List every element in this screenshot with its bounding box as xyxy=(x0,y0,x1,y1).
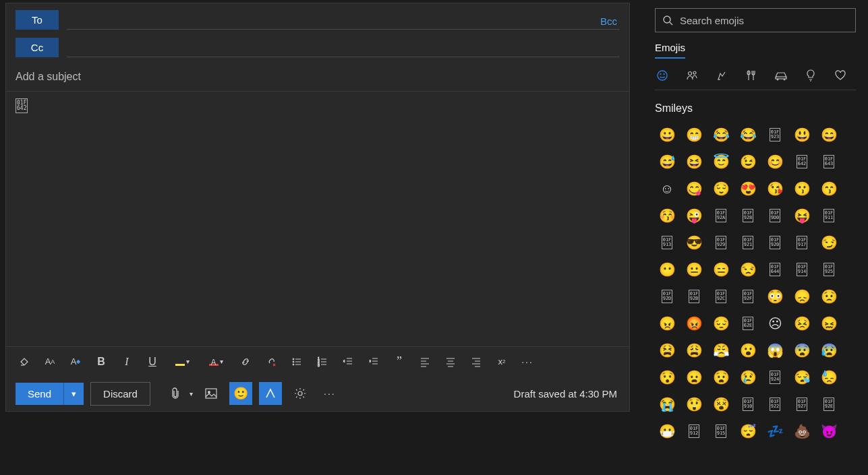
send-button[interactable]: Send xyxy=(16,383,63,405)
emoji-cell[interactable]: 😎 xyxy=(682,230,706,255)
emoji-cell[interactable]: 😝 xyxy=(790,203,814,228)
emoji-cell[interactable]: 😏 xyxy=(817,230,841,255)
emoji-cell[interactable]: 😈 xyxy=(817,419,841,443)
font-color-button[interactable]: A▾ xyxy=(199,351,233,373)
emoji-cell[interactable]: 😉 xyxy=(736,150,760,174)
emoji-cell[interactable]: 😨 xyxy=(790,338,814,362)
emoji-cell[interactable]: 😳 xyxy=(763,284,787,309)
emoji-cell[interactable]: 01F92D xyxy=(655,284,679,309)
emoji-cell[interactable]: 01F643 xyxy=(817,150,841,174)
emoji-cell[interactable]: 😊 xyxy=(763,150,787,174)
emoji-cell[interactable]: 😄 xyxy=(817,123,841,147)
emoji-cell[interactable]: 😰 xyxy=(817,338,841,362)
emoji-cell[interactable]: 😧 xyxy=(709,365,733,389)
cc-input-line[interactable] xyxy=(67,38,620,57)
more-actions-icon[interactable]: ··· xyxy=(318,382,341,405)
category-food[interactable] xyxy=(744,68,759,83)
number-list-icon[interactable]: 123 xyxy=(310,351,335,373)
underline-button[interactable]: U xyxy=(140,351,165,373)
category-symbols[interactable] xyxy=(833,68,848,83)
emoji-cell[interactable]: 😠 xyxy=(655,311,679,336)
emoji-cell[interactable]: 😐 xyxy=(682,257,706,282)
emoji-cell[interactable]: 😋 xyxy=(682,177,706,201)
emoji-cell[interactable]: 😪 xyxy=(790,365,814,389)
emoji-cell[interactable]: 😢 xyxy=(736,365,760,389)
emoji-cell[interactable]: 😫 xyxy=(655,338,679,362)
subject-input[interactable] xyxy=(16,71,620,83)
to-input-line[interactable] xyxy=(67,11,620,30)
to-button[interactable]: To xyxy=(16,10,59,30)
chevron-down-icon[interactable]: ▾ xyxy=(186,358,190,365)
emoji-cell[interactable]: 😤 xyxy=(709,338,733,362)
emoji-cell[interactable]: 01F929 xyxy=(709,230,733,255)
cc-button[interactable]: Cc xyxy=(16,38,59,57)
emoji-cell[interactable]: 😑 xyxy=(709,257,733,282)
category-objects[interactable] xyxy=(803,68,818,83)
emoji-cell[interactable]: 01F911 xyxy=(817,203,841,228)
emoji-cell[interactable]: 😮 xyxy=(736,338,760,362)
emoji-cell[interactable]: 01F915 xyxy=(709,419,733,443)
emoji-cell[interactable]: 01F922 xyxy=(763,392,787,416)
emoji-cell[interactable]: 😒 xyxy=(736,257,760,282)
emoji-cell[interactable]: 😙 xyxy=(817,177,841,201)
superscript-icon[interactable]: x2 xyxy=(489,351,515,373)
emoji-cell[interactable]: 😂 xyxy=(736,123,760,147)
emoji-cell[interactable]: 😴 xyxy=(736,419,760,443)
emoji-cell[interactable]: 01F92A xyxy=(709,203,733,228)
send-options-button[interactable]: ▾ xyxy=(63,383,84,405)
emoji-cell[interactable]: 01F923 xyxy=(763,123,787,147)
font-size-increase-icon[interactable]: A◆ xyxy=(63,351,88,373)
scheduling-button[interactable] xyxy=(259,382,282,405)
category-smileys[interactable] xyxy=(655,68,670,83)
emoji-cell[interactable]: 💤 xyxy=(763,419,787,443)
emoji-cell[interactable]: 😭 xyxy=(655,392,679,416)
emoji-cell[interactable]: ☹ xyxy=(763,311,787,336)
emoji-cell[interactable]: 😃 xyxy=(790,123,814,147)
align-right-icon[interactable] xyxy=(463,351,489,373)
message-body[interactable]: 01F642 xyxy=(6,91,629,346)
emoji-cell[interactable]: 😚 xyxy=(655,203,679,228)
emoji-cell[interactable]: 01F928 xyxy=(736,203,760,228)
tab-emojis[interactable]: Emojis xyxy=(655,42,685,59)
outdent-icon[interactable] xyxy=(335,351,361,373)
emoji-cell[interactable]: 01F62E xyxy=(736,311,760,336)
emoji-cell[interactable]: 😌 xyxy=(709,177,733,201)
emoji-cell[interactable]: 😦 xyxy=(682,365,706,389)
emoji-button[interactable]: 🙂 xyxy=(229,382,252,405)
emoji-cell[interactable]: 💩 xyxy=(790,419,814,443)
emoji-cell[interactable]: 😓 xyxy=(817,365,841,389)
category-animals[interactable] xyxy=(714,68,729,83)
emoji-cell[interactable]: 😘 xyxy=(763,177,787,201)
emoji-cell[interactable]: 😁 xyxy=(682,123,706,147)
discard-button[interactable]: Discard xyxy=(90,382,150,406)
emoji-search[interactable] xyxy=(655,8,856,32)
emoji-cell[interactable]: 😖 xyxy=(817,311,841,336)
emoji-cell[interactable]: 😜 xyxy=(682,203,706,228)
format-painter-icon[interactable] xyxy=(11,351,37,373)
emoji-cell[interactable]: 01F644 xyxy=(763,257,787,282)
bullet-list-icon[interactable] xyxy=(284,351,310,373)
emoji-cell[interactable]: 01F917 xyxy=(790,230,814,255)
chevron-down-icon[interactable]: ▾ xyxy=(190,390,193,398)
insert-link-icon[interactable] xyxy=(233,351,258,373)
italic-button[interactable]: I xyxy=(114,351,140,373)
emoji-cell[interactable]: 😂 xyxy=(709,123,733,147)
chevron-down-icon[interactable]: ▾ xyxy=(220,358,223,365)
emoji-cell[interactable]: 😡 xyxy=(682,311,706,336)
emoji-cell[interactable]: 😇 xyxy=(709,150,733,174)
emoji-cell[interactable]: 01F9D0 xyxy=(763,203,787,228)
emoji-cell[interactable]: 01F92B xyxy=(682,284,706,309)
bold-button[interactable]: B xyxy=(88,351,114,373)
emoji-cell[interactable]: 01F92E xyxy=(817,392,841,416)
emoji-cell[interactable]: 😀 xyxy=(655,123,679,147)
attach-button[interactable]: ▾ xyxy=(164,382,193,405)
emoji-cell[interactable]: 😅 xyxy=(655,150,679,174)
emoji-cell[interactable]: 😷 xyxy=(655,419,679,443)
quote-icon[interactable]: ” xyxy=(386,351,412,373)
emoji-cell[interactable]: 01F642 xyxy=(790,150,814,174)
emoji-cell[interactable]: 😞 xyxy=(790,284,814,309)
category-people[interactable] xyxy=(685,68,699,83)
emoji-cell[interactable]: 😔 xyxy=(709,311,733,336)
indent-icon[interactable] xyxy=(361,351,386,373)
align-center-icon[interactable] xyxy=(438,351,463,373)
